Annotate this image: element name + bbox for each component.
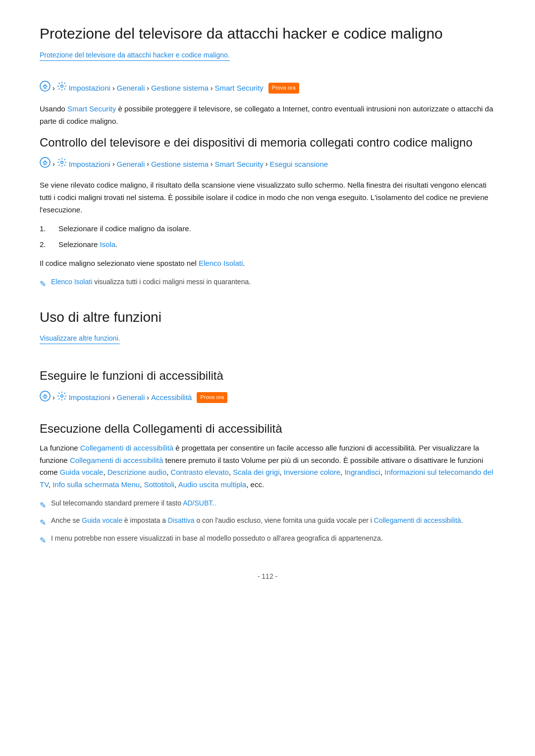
breadcrumb-impostazioni-1[interactable]: Impostazioni xyxy=(69,82,110,94)
breadcrumb2-gestione[interactable]: Gestione sistema xyxy=(151,158,209,170)
breadcrumb2-generali[interactable]: Generali xyxy=(117,158,145,170)
note-2-row: ✎ Sul telecomando standard premere il ta… xyxy=(40,498,495,512)
svg-rect-1 xyxy=(44,87,46,89)
guida-vocale-link-2[interactable]: Guida vocale xyxy=(82,516,122,524)
home-icon-2 xyxy=(40,157,51,171)
svg-point-2 xyxy=(60,85,63,88)
elenco-isolati-link-2[interactable]: Elenco Isolati xyxy=(51,278,92,286)
breadcrumb3-impostazioni[interactable]: Impostazioni xyxy=(69,392,110,403)
breadcrumb2-sep-2: › xyxy=(147,158,149,169)
section5-body1: La funzione Collegamenti di accessibilit… xyxy=(40,442,495,491)
breadcrumb3-sep-0: › xyxy=(53,392,55,403)
breadcrumb-gestione-1[interactable]: Gestione sistema xyxy=(151,82,209,94)
guida-vocale-link-1[interactable]: Guida vocale xyxy=(60,468,104,476)
svg-rect-7 xyxy=(44,397,46,399)
ingrandisci-link[interactable]: Ingrandisci xyxy=(344,468,380,476)
isola-link[interactable]: Isola xyxy=(100,240,115,249)
settings-icon xyxy=(57,81,67,95)
note-3-row: ✎ Anche se Guida vocale è impostata a Di… xyxy=(40,515,495,529)
breadcrumb-sep-1: › xyxy=(112,83,115,94)
svg-point-5 xyxy=(60,161,63,164)
section-4-block: Eseguire le funzioni di accessibilità › … xyxy=(40,368,495,404)
section-5-block: Esecuzione della Collegamenti di accessi… xyxy=(40,421,495,547)
step-2: 2. Selezionare Isola. xyxy=(40,239,495,251)
malware-moved-text: Il codice maligno selezionato viene spos… xyxy=(40,257,495,270)
breadcrumb3-accessibilita[interactable]: Accessibilità xyxy=(151,392,192,403)
breadcrumb2-esegui[interactable]: Esegui scansione xyxy=(270,158,328,170)
breadcrumb3-sep-1: › xyxy=(112,392,115,403)
prova-ora-badge-1[interactable]: Prova ora xyxy=(268,83,299,94)
main-title: Protezione del televisore da attacchi ha… xyxy=(40,24,495,43)
section3-url: Visualizzare altre funzioni. xyxy=(40,333,120,344)
home-icon-3 xyxy=(40,391,51,405)
breadcrumb2-smartsecurity[interactable]: Smart Security xyxy=(215,158,264,170)
note-2-text: Sul telecomando standard premere il tast… xyxy=(51,498,216,508)
steps-list: 1. Selezionare il codice maligno da isol… xyxy=(40,223,495,251)
section-3-block: Uso di altre funzioni Visualizzare altre… xyxy=(40,308,495,354)
breadcrumb2-sep-1: › xyxy=(112,158,115,169)
breadcrumb-2: › Impostazioni › Generali › Gestione sis… xyxy=(40,157,495,171)
note-1-text: Elenco Isolati visualizza tutti i codici… xyxy=(51,277,251,287)
scala-grigi-link[interactable]: Scala dei grigi xyxy=(233,468,279,476)
contrasto-elevato-link[interactable]: Contrasto elevato xyxy=(170,468,229,476)
breadcrumb-sep-3: › xyxy=(211,83,213,94)
svg-point-3 xyxy=(40,157,50,167)
pencil-icon-3: ✎ xyxy=(40,516,46,529)
disattiva-link[interactable]: Disattiva xyxy=(168,516,195,524)
pencil-icon-2: ✎ xyxy=(40,499,46,512)
info-schermata-link[interactable]: Info sulla schermata Menu xyxy=(53,480,140,489)
section-4-title: Eseguire le funzioni di accessibilità xyxy=(40,368,495,383)
section-5-title: Esecuzione della Collegamenti di accessi… xyxy=(40,421,495,436)
page-number: - 112 - xyxy=(40,571,495,582)
collegamenti-link-3[interactable]: Collegamenti di accessibilità xyxy=(374,516,461,524)
pencil-icon-1: ✎ xyxy=(40,278,46,291)
step-2-text: Selezionare Isola. xyxy=(58,239,117,251)
breadcrumb-smartsecurity-1[interactable]: Smart Security xyxy=(215,82,264,94)
settings-icon-2 xyxy=(57,157,67,171)
smart-security-link-1[interactable]: Smart Security xyxy=(67,104,116,113)
elenco-isolati-link-1[interactable]: Elenco Isolati xyxy=(199,259,243,267)
note-3-text: Anche se Guida vocale è impostata a Disa… xyxy=(51,515,463,526)
step-1: 1. Selezionare il codice maligno da isol… xyxy=(40,223,495,235)
url-bar: Protezione del televisore da attacchi ha… xyxy=(40,50,230,61)
note-4-row: ✎ I menu potrebbe non essere visualizzat… xyxy=(40,533,495,547)
collegamenti-link-2[interactable]: Collegamenti di accessibilità xyxy=(70,456,163,464)
breadcrumb2-impostazioni[interactable]: Impostazioni xyxy=(69,158,110,170)
svg-point-8 xyxy=(60,395,63,397)
breadcrumb3-sep-2: › xyxy=(147,392,149,403)
breadcrumb-generali-1[interactable]: Generali xyxy=(117,82,145,94)
settings-icon-3 xyxy=(57,391,67,404)
note-4-text: I menu potrebbe non essere visualizzati … xyxy=(51,533,383,544)
section-3-title: Uso di altre funzioni xyxy=(40,308,495,326)
note-1-row: ✎ Elenco Isolati visualizza tutti i codi… xyxy=(40,277,495,291)
breadcrumb-sep-0: › xyxy=(53,83,55,94)
step-2-num: 2. xyxy=(40,239,51,251)
svg-rect-4 xyxy=(44,163,46,165)
svg-point-6 xyxy=(40,391,50,401)
breadcrumb2-sep-0: › xyxy=(53,158,55,169)
breadcrumb-3: › Impostazioni › Generali › Accessibilit… xyxy=(40,391,495,405)
breadcrumb2-sep-3: › xyxy=(211,158,213,169)
home-icon xyxy=(40,81,51,95)
section2-body: Se viene rilevato codice maligno, il ris… xyxy=(40,179,495,216)
adsubt-link[interactable]: AD/SUBT.. xyxy=(183,499,216,507)
intro-paragraph: Usando Smart Security è possibile proteg… xyxy=(40,103,495,128)
svg-point-0 xyxy=(40,81,50,91)
sottotitoli-link[interactable]: Sottotitoli xyxy=(144,480,174,489)
breadcrumb-sep-2: › xyxy=(147,83,149,94)
main-title-block: Protezione del televisore da attacchi ha… xyxy=(40,24,495,71)
breadcrumb3-generali[interactable]: Generali xyxy=(117,392,145,403)
descrizione-audio-link[interactable]: Descrizione audio xyxy=(107,468,166,476)
collegamenti-link-1[interactable]: Collegamenti di accessibilità xyxy=(80,444,173,452)
section-2-title: Controllo del televisore e dei dispositi… xyxy=(40,135,495,150)
step-1-text: Selezionare il codice maligno da isolare… xyxy=(58,223,191,235)
inversione-colore-link[interactable]: Inversione colore xyxy=(284,468,340,476)
pencil-icon-4: ✎ xyxy=(40,534,46,547)
audio-uscita-link[interactable]: Audio uscita multipla xyxy=(178,480,247,489)
prova-ora-badge-2[interactable]: Prova ora xyxy=(197,392,227,403)
breadcrumb2-sep-4: › xyxy=(266,158,268,169)
breadcrumb-1: › Impostazioni › Generali › Gestione sis… xyxy=(40,81,495,95)
section-2-block: Controllo del televisore e dei dispositi… xyxy=(40,135,495,291)
step-1-num: 1. xyxy=(40,223,51,235)
